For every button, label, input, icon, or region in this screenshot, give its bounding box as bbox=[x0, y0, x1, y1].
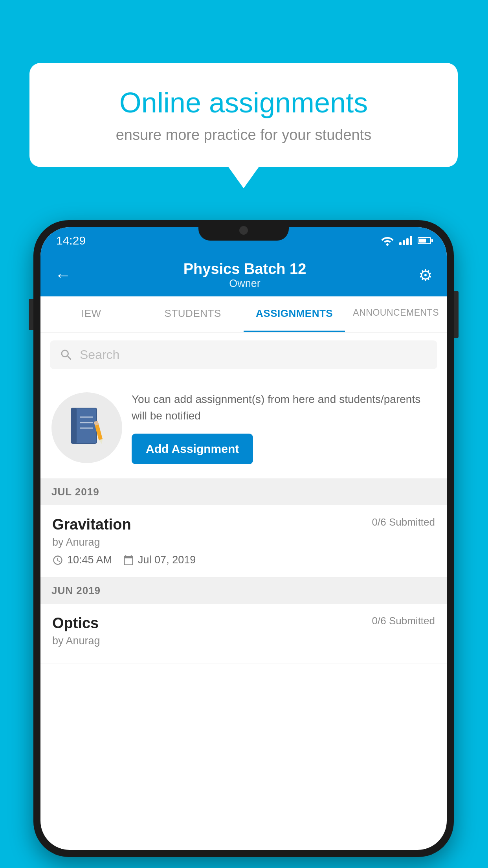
promo-section: You can add assignment(s) from here and … bbox=[40, 377, 447, 479]
phone-container: 14:29 bbox=[33, 220, 454, 857]
power-button bbox=[454, 291, 459, 338]
assignment-submitted-optics: 0/6 Submitted bbox=[372, 615, 435, 627]
promo-text-block: You can add assignment(s) from here and … bbox=[132, 391, 436, 464]
header-title-block: Physics Batch 12 Owner bbox=[183, 261, 306, 290]
assignment-row-top-optics: Optics 0/6 Submitted bbox=[52, 615, 435, 632]
speech-bubble-subtitle: ensure more practice for your students bbox=[57, 127, 430, 143]
settings-icon[interactable]: ⚙ bbox=[418, 266, 433, 284]
section-header-jul: JUL 2019 bbox=[40, 479, 447, 505]
assignment-item-gravitation[interactable]: Gravitation 0/6 Submitted by Anurag 10:4… bbox=[40, 505, 447, 577]
app-header: ← Physics Batch 12 Owner ⚙ bbox=[40, 254, 447, 296]
volume-button bbox=[29, 299, 33, 330]
promo-icon-circle bbox=[51, 392, 122, 463]
assignment-time: 10:45 AM bbox=[52, 554, 112, 566]
assignment-time-value: 10:45 AM bbox=[67, 554, 112, 566]
assignment-name: Gravitation bbox=[52, 516, 131, 533]
assignment-date-value: Jul 07, 2019 bbox=[138, 554, 196, 566]
tab-view[interactable]: IEW bbox=[40, 296, 142, 332]
header-title: Physics Batch 12 bbox=[183, 261, 306, 278]
battery-icon bbox=[418, 237, 431, 244]
svg-marker-6 bbox=[99, 439, 104, 445]
clock-icon bbox=[52, 555, 63, 566]
section-header-jun: JUN 2019 bbox=[40, 577, 447, 604]
calendar-icon bbox=[123, 555, 134, 566]
assignment-date: Jul 07, 2019 bbox=[123, 554, 196, 566]
speech-bubble: Online assignments ensure more practice … bbox=[29, 63, 458, 167]
speech-bubble-container: Online assignments ensure more practice … bbox=[29, 63, 458, 167]
phone-screen: 14:29 bbox=[40, 227, 447, 850]
assignment-author-optics: by Anurag bbox=[52, 635, 435, 647]
tab-students[interactable]: STUDENTS bbox=[142, 296, 243, 332]
assignment-submitted: 0/6 Submitted bbox=[372, 516, 435, 528]
tab-bar: IEW STUDENTS ASSIGNMENTS ANNOUNCEMENTS bbox=[40, 296, 447, 333]
battery-fill bbox=[419, 239, 426, 243]
status-icons bbox=[381, 235, 431, 246]
assignment-meta: 10:45 AM Jul 07, 2019 bbox=[52, 554, 435, 566]
add-assignment-button[interactable]: Add Assignment bbox=[132, 434, 253, 464]
tab-assignments[interactable]: ASSIGNMENTS bbox=[244, 296, 345, 332]
assignment-name-optics: Optics bbox=[52, 615, 99, 632]
wifi-icon bbox=[381, 235, 394, 246]
phone-frame: 14:29 bbox=[33, 220, 454, 857]
assignment-item-optics[interactable]: Optics 0/6 Submitted by Anurag bbox=[40, 604, 447, 664]
promo-description: You can add assignment(s) from here and … bbox=[132, 391, 436, 424]
assignment-row-top: Gravitation 0/6 Submitted bbox=[52, 516, 435, 533]
search-bar[interactable]: Search bbox=[50, 340, 437, 369]
status-time: 14:29 bbox=[56, 234, 86, 247]
back-button[interactable]: ← bbox=[55, 266, 71, 285]
header-subtitle: Owner bbox=[183, 278, 306, 290]
speech-bubble-title: Online assignments bbox=[57, 86, 430, 119]
tab-announcements[interactable]: ANNOUNCEMENTS bbox=[345, 296, 447, 332]
phone-camera bbox=[239, 226, 248, 235]
phone-notch bbox=[198, 220, 289, 241]
signal-icon bbox=[399, 236, 412, 245]
svg-rect-1 bbox=[71, 408, 77, 443]
search-icon bbox=[59, 348, 73, 362]
search-placeholder: Search bbox=[80, 348, 119, 362]
notebook-icon bbox=[67, 406, 106, 449]
search-bar-wrapper: Search bbox=[40, 333, 447, 377]
assignment-author: by Anurag bbox=[52, 536, 435, 548]
